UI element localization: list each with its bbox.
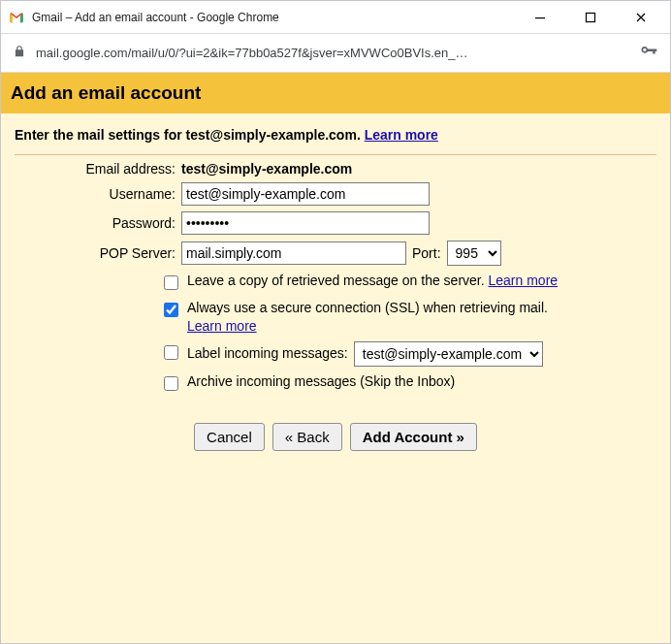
options-group: Leave a copy of retrieved message on the… xyxy=(15,272,656,394)
back-button[interactable]: « Back xyxy=(272,423,342,451)
url-text[interactable]: mail.google.com/mail/u/0/?ui=2&ik=77bb0a… xyxy=(36,46,629,60)
port-select[interactable]: 995 xyxy=(447,241,501,266)
email-value: test@simply-example.com xyxy=(181,161,352,177)
email-label: Email address: xyxy=(15,161,181,177)
intro-prefix: Enter the mail settings for xyxy=(15,127,186,143)
pop-server-input[interactable] xyxy=(181,242,406,265)
intro-learn-more-link[interactable]: Learn more xyxy=(365,127,438,143)
svg-rect-0 xyxy=(535,17,545,18)
svg-rect-1 xyxy=(587,13,595,21)
page-content: Add an email account Enter the mail sett… xyxy=(1,73,670,643)
label-messages-text: Label incoming messages: xyxy=(187,344,348,363)
password-input[interactable] xyxy=(181,211,430,235)
password-label: Password: xyxy=(15,215,181,231)
username-label: Username: xyxy=(15,186,181,202)
lock-icon xyxy=(13,45,26,61)
window-close-button[interactable] xyxy=(620,4,662,31)
action-buttons: Cancel « Back Add Account » xyxy=(15,423,656,451)
intro-email: test@simply-example.com xyxy=(186,127,357,143)
form-panel: Enter the mail settings for test@simply-… xyxy=(1,113,670,451)
password-key-icon[interactable] xyxy=(639,42,658,64)
intro-suffix: . xyxy=(357,127,365,143)
add-account-button[interactable]: Add Account » xyxy=(350,423,477,451)
address-bar: mail.google.com/mail/u/0/?ui=2&ik=77bb0a… xyxy=(1,34,670,73)
cancel-button[interactable]: Cancel xyxy=(194,423,265,451)
chrome-window: Gmail – Add an email account - Google Ch… xyxy=(0,0,671,644)
intro-text: Enter the mail settings for test@simply-… xyxy=(15,127,656,155)
port-label: Port: xyxy=(412,245,441,261)
ssl-checkbox[interactable] xyxy=(164,303,178,317)
window-maximize-button[interactable] xyxy=(569,4,612,31)
leave-copy-checkbox[interactable] xyxy=(164,275,178,290)
leave-copy-learn-more-link[interactable]: Learn more xyxy=(489,273,559,288)
username-input[interactable] xyxy=(181,182,430,206)
ssl-learn-more-link[interactable]: Learn more xyxy=(187,318,257,334)
page-title: Add an email account xyxy=(1,73,670,113)
leave-copy-text: Leave a copy of retrieved message on the… xyxy=(187,273,489,288)
window-titlebar: Gmail – Add an email account - Google Ch… xyxy=(1,1,670,34)
label-messages-select[interactable]: test@simply-example.com xyxy=(354,341,543,367)
gmail-favicon-icon xyxy=(9,10,24,25)
window-title: Gmail – Add an email account - Google Ch… xyxy=(32,11,511,24)
window-minimize-button[interactable] xyxy=(519,4,561,31)
archive-checkbox[interactable] xyxy=(164,376,178,391)
archive-text: Archive incoming messages (Skip the Inbo… xyxy=(187,373,455,389)
pop-server-label: POP Server: xyxy=(15,245,181,261)
ssl-text: Always use a secure connection (SSL) whe… xyxy=(187,300,548,315)
label-messages-checkbox[interactable] xyxy=(164,345,178,360)
